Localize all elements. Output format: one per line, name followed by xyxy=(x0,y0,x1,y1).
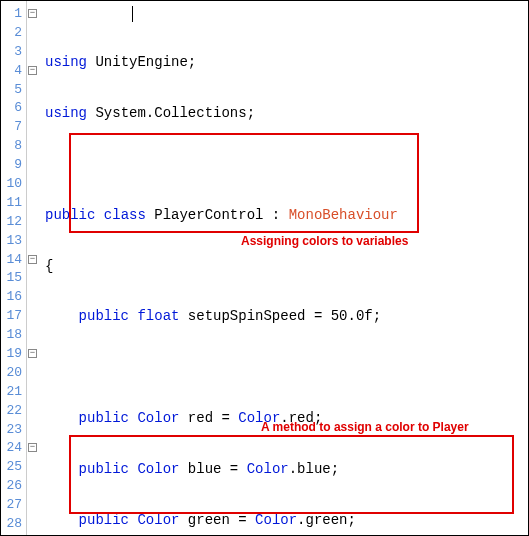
code-line: public Color green = Color.green; xyxy=(45,511,528,530)
line-number: 11 xyxy=(1,194,24,213)
code-line: public Color blue = Color.blue; xyxy=(45,460,528,479)
line-number: 25 xyxy=(1,458,24,477)
line-number: 24 xyxy=(1,439,24,458)
line-number: 5 xyxy=(1,81,24,100)
line-number: 6 xyxy=(1,99,24,118)
code-line: public class PlayerControl : MonoBehavio… xyxy=(45,206,528,225)
fold-toggle-icon[interactable]: − xyxy=(28,255,37,264)
code-line: { xyxy=(45,257,528,276)
code-line: using UnityEngine; xyxy=(45,53,528,72)
code-line xyxy=(45,358,528,377)
line-number: 9 xyxy=(1,156,24,175)
line-number: 3 xyxy=(1,43,24,62)
code-line: public float setupSpinSpeed = 50.0f; xyxy=(45,307,528,326)
fold-toggle-icon[interactable]: − xyxy=(28,66,37,75)
code-editor: 1 2 3 4 5 6 7 8 9 10 11 12 13 14 15 16 1… xyxy=(1,1,528,535)
code-line: public Color red = Color.red; xyxy=(45,409,528,428)
line-number: 4 xyxy=(1,62,24,81)
line-number: 17 xyxy=(1,307,24,326)
line-number: 18 xyxy=(1,326,24,345)
line-number: 10 xyxy=(1,175,24,194)
annotation-colors: Assigning colors to variables xyxy=(241,234,408,248)
fold-toggle-icon[interactable]: − xyxy=(28,443,37,452)
code-line: using System.Collections; xyxy=(45,104,528,123)
line-number: 26 xyxy=(1,477,24,496)
line-number: 27 xyxy=(1,496,24,515)
fold-column: − − − − − xyxy=(27,1,41,535)
line-number: 28 xyxy=(1,515,24,534)
line-number: 13 xyxy=(1,232,24,251)
line-number: 1 xyxy=(1,5,24,24)
line-number: 21 xyxy=(1,383,24,402)
line-number: 22 xyxy=(1,402,24,421)
code-content[interactable]: using UnityEngine; using System.Collecti… xyxy=(41,1,528,535)
line-number: 23 xyxy=(1,421,24,440)
line-number: 12 xyxy=(1,213,24,232)
fold-toggle-icon[interactable]: − xyxy=(28,349,37,358)
line-number-gutter: 1 2 3 4 5 6 7 8 9 10 11 12 13 14 15 16 1… xyxy=(1,1,27,535)
line-number: 16 xyxy=(1,288,24,307)
line-number: 8 xyxy=(1,137,24,156)
line-number: 14 xyxy=(1,251,24,270)
line-number: 19 xyxy=(1,345,24,364)
line-number: 7 xyxy=(1,118,24,137)
line-number: 15 xyxy=(1,269,24,288)
fold-toggle-icon[interactable]: − xyxy=(28,9,37,18)
text-cursor xyxy=(132,6,133,22)
code-line xyxy=(45,155,528,174)
line-number: 20 xyxy=(1,364,24,383)
line-number: 2 xyxy=(1,24,24,43)
